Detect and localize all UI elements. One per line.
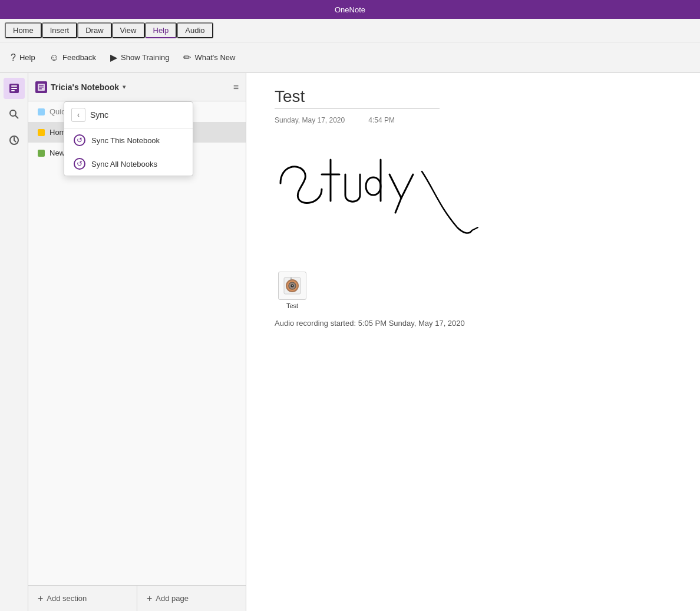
sync-all-label: Sync All Notebooks — [91, 160, 157, 169]
svg-rect-1 — [11, 85, 17, 87]
sync-all-icon: ↺ — [74, 158, 85, 170]
sync-header: ‹ Sync — [64, 102, 193, 128]
app-title: OneNote — [335, 5, 365, 14]
svg-rect-10 — [39, 88, 42, 90]
feedback-button[interactable]: ☺ Feedback — [44, 49, 102, 66]
svg-rect-2 — [11, 88, 17, 89]
notebook-footer: + Add section + Add page — [28, 585, 246, 611]
sync-title: Sync — [90, 110, 108, 120]
sync-dropdown: ‹ Sync ↺ Sync This Notebook ↺ Sync All N… — [64, 101, 193, 176]
add-section-button[interactable]: + Add section — [28, 586, 137, 611]
notebook-title-button[interactable]: Tricia's Notebook ▾ — [35, 81, 126, 93]
svg-line-5 — [15, 115, 18, 118]
audio-file-icon — [283, 276, 302, 295]
whats-new-icon: ✏ — [183, 52, 191, 63]
svg-rect-3 — [11, 90, 15, 91]
sync-back-button[interactable]: ‹ — [71, 108, 85, 122]
menu-home[interactable]: Home — [5, 22, 42, 38]
search-icon — [8, 108, 20, 120]
section-dot-new1 — [38, 150, 45, 157]
sidebar-icons — [0, 73, 28, 611]
add-page-button[interactable]: + Add page — [137, 586, 246, 611]
section-dot-quick — [38, 108, 45, 115]
whats-new-button[interactable]: ✏ What's New — [177, 49, 241, 66]
audio-icon-box — [278, 272, 306, 300]
whats-new-label: What's New — [194, 53, 235, 62]
page-date: Sunday, May 17, 2020 — [275, 116, 345, 124]
audio-label: Test — [286, 302, 298, 309]
notebook-header: Tricia's Notebook ▾ ≡ — [28, 73, 246, 101]
audio-icon-container[interactable]: Test — [275, 272, 310, 309]
sync-this-label: Sync This Notebook — [91, 136, 160, 145]
sync-this-icon: ↺ — [74, 134, 85, 146]
notebook-panel: Tricia's Notebook ▾ ≡ ‹ Sync ↺ Sync This… — [28, 73, 246, 611]
add-page-label: Add page — [156, 594, 189, 603]
notebook-name: Tricia's Notebook — [51, 82, 119, 92]
add-section-plus-icon: + — [38, 593, 43, 604]
audio-recording-text: Audio recording started: 5:05 PM Sunday,… — [275, 319, 672, 328]
help-label: Help — [19, 53, 35, 62]
chevron-down-icon: ▾ — [123, 84, 126, 90]
show-training-icon: ▶ — [110, 52, 117, 63]
page-title-underline — [275, 108, 440, 109]
notebook-icon — [35, 81, 47, 93]
content-area: Test Sunday, May 17, 2020 4:54 PM — [246, 73, 700, 611]
menu-bar: Home Insert Draw View Help Audio — [0, 19, 700, 42]
show-training-button[interactable]: ▶ Show Training — [104, 49, 175, 66]
sync-all-notebooks-option[interactable]: ↺ Sync All Notebooks — [64, 152, 193, 176]
menu-audio[interactable]: Audio — [177, 22, 213, 38]
help-icon: ? — [11, 52, 16, 63]
add-page-plus-icon: + — [147, 593, 152, 604]
svg-point-15 — [292, 285, 293, 286]
svg-point-4 — [10, 110, 16, 116]
page-meta: Sunday, May 17, 2020 4:54 PM — [275, 116, 672, 124]
show-training-label: Show Training — [121, 53, 169, 62]
svg-rect-8 — [39, 85, 44, 86]
handwriting-area — [275, 136, 672, 254]
recent-icon-btn[interactable] — [4, 130, 25, 151]
svg-rect-16 — [290, 278, 292, 280]
add-section-label: Add section — [47, 594, 87, 603]
notebooks-icon-btn[interactable] — [4, 78, 25, 99]
menu-view[interactable]: View — [112, 22, 145, 38]
page-title: Test — [275, 87, 672, 106]
sort-icon-btn[interactable]: ≡ — [233, 82, 239, 93]
search-icon-btn[interactable] — [4, 104, 25, 125]
handwriting-svg — [275, 136, 510, 242]
menu-insert[interactable]: Insert — [42, 22, 78, 38]
sync-this-notebook-option[interactable]: ↺ Sync This Notebook — [64, 128, 193, 152]
title-bar: OneNote — [0, 0, 700, 19]
help-button[interactable]: ? Help — [5, 49, 41, 66]
section-dot-home — [38, 129, 45, 136]
main-layout: Tricia's Notebook ▾ ≡ ‹ Sync ↺ Sync This… — [0, 73, 700, 611]
page-time: 4:54 PM — [368, 116, 395, 124]
feedback-icon: ☺ — [49, 52, 59, 63]
recent-icon — [8, 134, 20, 146]
svg-rect-9 — [39, 87, 44, 88]
feedback-label: Feedback — [62, 53, 96, 62]
menu-draw[interactable]: Draw — [77, 22, 111, 38]
menu-help[interactable]: Help — [145, 22, 177, 38]
toolbar: ? Help ☺ Feedback ▶ Show Training ✏ What… — [0, 42, 700, 73]
notebooks-icon — [8, 82, 20, 94]
